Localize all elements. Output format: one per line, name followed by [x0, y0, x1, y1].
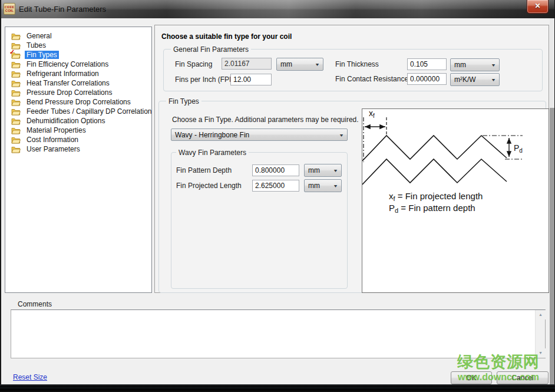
folder-icon — [11, 108, 21, 116]
tree-item[interactable]: Pressure Drop Correlations — [5, 88, 151, 97]
herringbone-fin-drawing: xf Pd xf = Fin projected length Pd = Fin… — [362, 109, 549, 292]
tree-item-label: Pressure Drop Correlations — [25, 88, 114, 97]
tree-item-label: Dehumidification Options — [25, 117, 107, 125]
fin-contact-resistance-label: Fin Contact Resistance — [335, 75, 408, 83]
fin-projected-length-label: Fin Projected Length — [176, 182, 242, 190]
tree-item-label: Refrigerant Information — [25, 70, 101, 78]
chevron-down-icon: ▼ — [491, 63, 496, 67]
tree-item-label: Fin Types — [25, 51, 59, 59]
tree-item[interactable]: General — [5, 31, 151, 41]
tree-item[interactable]: Heat Transfer Correlations — [5, 78, 151, 88]
close-icon: ✕ — [534, 2, 540, 10]
tree-item-label: Cost Information — [25, 136, 80, 144]
fins-per-inch-input[interactable] — [230, 74, 272, 85]
fin-thickness-input[interactable] — [407, 58, 447, 70]
wavy-fin-parameters-group: Wavy Fin Parameters Fin Pattern Depth mm… — [171, 152, 348, 289]
chevron-down-icon: ▼ — [333, 184, 338, 188]
fin-settings-panel: Choose a suitable fin type for your coil… — [154, 25, 549, 293]
tree-item[interactable]: Cost Information — [5, 135, 151, 144]
window-title: Edit Tube-Fin Parameters — [19, 0, 106, 18]
folder-icon — [11, 70, 21, 78]
tree-item[interactable]: Feeder Tubes / Capillary DP Correlations — [5, 107, 151, 116]
reset-size-link[interactable]: Reset Size — [13, 373, 47, 381]
scroll-down-icon[interactable]: ▼ — [536, 348, 546, 358]
fin-thickness-label: Fin Thickness — [335, 60, 379, 68]
close-button[interactable]: ✕ — [527, 0, 549, 14]
check-icon: ✓ — [9, 49, 15, 55]
tree-item-label: Material Properties — [25, 126, 88, 134]
tree-item[interactable]: User Parameters — [5, 144, 151, 154]
tree-item[interactable]: Fin Efficiency Correlations — [5, 60, 151, 69]
folder-icon — [11, 98, 21, 106]
folder-icon — [11, 89, 21, 97]
chevron-down-icon: ▼ — [315, 62, 320, 67]
tree-item[interactable]: Dehumidification Options — [5, 116, 151, 126]
svg-text:Pd = Fin pattern depth: Pd = Fin pattern depth — [389, 203, 475, 214]
tree-item-label: Heat Transfer Correlations — [25, 79, 111, 87]
comments-scrollbar[interactable]: ▲ ▼ — [535, 310, 545, 358]
group-title: General Fin Parameters — [171, 45, 251, 54]
fin-projected-length-unit-select[interactable]: mm ▼ — [304, 179, 342, 192]
comments-box: ▲ ▼ — [11, 309, 546, 358]
page-title: Choose a suitable fin type for your coil — [161, 32, 292, 41]
wavy-fin-diagram: xf Pd xf = Fin projected length Pd = Fin… — [362, 108, 549, 293]
fin-pattern-depth-unit-select[interactable]: mm ▼ — [304, 164, 342, 177]
folder-icon — [11, 32, 21, 40]
fin-spacing-label: Fin Spacing — [175, 60, 212, 68]
fin-pattern-depth-label: Fin Pattern Depth — [176, 166, 232, 174]
tree-item-label: Bend Pressure Drop Correlations — [25, 98, 133, 106]
tree-item[interactable]: Refrigerant Information — [5, 69, 151, 78]
fin-type-select[interactable]: Wavy - Herringbone Fin ▼ — [171, 129, 348, 141]
cancel-button[interactable]: Cancel — [497, 371, 549, 384]
comments-input[interactable] — [11, 310, 535, 358]
window-frame-edge — [550, 18, 554, 108]
tree-item-label: General — [25, 32, 54, 40]
window-frame-bottom — [0, 384, 555, 392]
fin-spacing-input[interactable] — [222, 58, 272, 70]
fin-pattern-depth-input[interactable] — [252, 164, 299, 176]
folder-icon — [11, 146, 21, 153]
tree-item[interactable]: Material Properties — [5, 126, 151, 135]
tree-item[interactable]: Tubes — [5, 41, 151, 50]
folder-icon — [11, 136, 21, 144]
fin-contact-resistance-unit-select[interactable]: m²K/W ▼ — [450, 73, 500, 86]
tree-item[interactable]: Bend Pressure Drop Correlations — [5, 97, 151, 107]
titlebar[interactable]: CEEE COIL Edit Tube-Fin Parameters ✕ — [0, 0, 555, 18]
fin-contact-resistance-input[interactable] — [407, 73, 447, 85]
comments-label: Comments — [18, 300, 52, 308]
fin-spacing-unit-select[interactable]: mm ▼ — [276, 58, 323, 71]
window-frame-edge — [0, 0, 1, 392]
app-icon-text-bottom: COIL — [5, 9, 14, 12]
chevron-down-icon: ▼ — [333, 169, 338, 173]
svg-text:xf = Fin projected length: xf = Fin projected length — [389, 191, 483, 202]
folder-icon — [11, 61, 21, 68]
folder-icon — [11, 127, 21, 134]
dialog-window: CEEE COIL Edit Tube-Fin Parameters ✕ Gen… — [0, 0, 555, 392]
folder-icon: ✓ — [11, 51, 21, 59]
ok-button[interactable]: OK — [451, 371, 492, 384]
app-icon: CEEE COIL — [4, 3, 15, 15]
chevron-down-icon: ▼ — [339, 133, 344, 137]
tree-item-label: Fin Efficiency Correlations — [25, 60, 110, 68]
group-title: Fin Types — [166, 97, 201, 106]
fin-projected-length-input[interactable] — [252, 180, 299, 192]
svg-text:Pd: Pd — [514, 143, 523, 154]
tree-item-label: User Parameters — [25, 145, 82, 153]
tree-item-label: Feeder Tubes / Capillary DP Correlations — [25, 107, 152, 116]
scroll-up-icon[interactable]: ▲ — [536, 310, 546, 319]
window-frame-edge — [550, 108, 554, 384]
fin-type-instruction: Choose a Fin Type. Additional parameters… — [172, 116, 359, 124]
fin-types-group: Fin Types Choose a Fin Type. Additional … — [158, 101, 546, 293]
tree-item[interactable]: ✓ Fin Types — [5, 50, 151, 60]
group-title: Wavy Fin Parameters — [176, 149, 249, 157]
fins-per-inch-label: Fins per Inch (FPI) — [175, 75, 233, 84]
chevron-down-icon: ▼ — [491, 78, 496, 82]
category-tree: General Tubes ✓ Fin Types Fin Eff — [5, 27, 152, 293]
tree-item-label: Tubes — [25, 41, 48, 50]
folder-icon — [11, 80, 21, 87]
fin-thickness-unit-select[interactable]: mm ▼ — [450, 58, 500, 71]
svg-text:xf: xf — [369, 109, 375, 119]
folder-icon — [11, 117, 21, 125]
